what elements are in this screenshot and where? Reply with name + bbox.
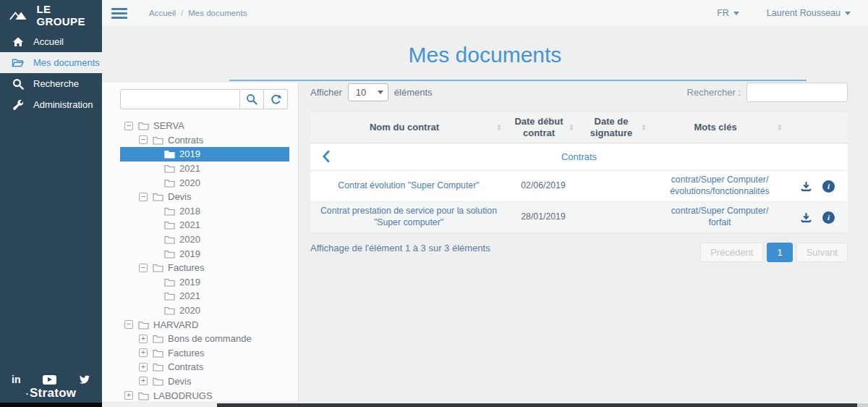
tree-expander-icon[interactable]: + bbox=[139, 335, 148, 343]
folder-icon bbox=[164, 249, 175, 259]
folder-icon bbox=[138, 320, 149, 330]
tree-expander-icon[interactable]: − bbox=[139, 135, 148, 144]
pagination: Précédent 1 Suivant bbox=[700, 243, 848, 262]
tree-expander-icon[interactable]: − bbox=[124, 122, 133, 130]
bottom-strip-right bbox=[217, 403, 857, 407]
tree-expander-icon[interactable]: + bbox=[139, 348, 148, 357]
folder-icon bbox=[153, 377, 163, 386]
column-header[interactable]: Mots clés bbox=[652, 112, 788, 143]
folder-icon bbox=[164, 291, 175, 301]
breadcrumb-accueil[interactable]: Accueil bbox=[149, 9, 176, 17]
folder-open-icon bbox=[12, 56, 24, 69]
tree-expander-icon[interactable]: − bbox=[124, 320, 133, 329]
tree-node[interactable]: 2020 bbox=[120, 232, 289, 247]
folder-icon bbox=[138, 391, 149, 400]
tree-expander-icon[interactable]: − bbox=[139, 264, 148, 272]
breadcrumb-mes-documents[interactable]: Mes documents bbox=[188, 9, 247, 17]
tree-node-label: 2021 bbox=[179, 290, 200, 301]
tree-node[interactable]: + Devis bbox=[120, 374, 289, 389]
tree-search-button[interactable] bbox=[240, 89, 264, 109]
tree-expander-icon[interactable]: + bbox=[124, 391, 133, 400]
info-icon[interactable]: i bbox=[822, 211, 835, 224]
folder-icon bbox=[138, 121, 149, 130]
tree-expander-icon[interactable]: − bbox=[139, 193, 148, 201]
sidebar-item-label: Administration bbox=[33, 99, 93, 110]
tree-node[interactable]: − Contrats bbox=[120, 133, 289, 148]
tree-expander-icon[interactable]: + bbox=[139, 363, 148, 372]
next-page-button[interactable]: Suivant bbox=[796, 243, 848, 262]
table-row[interactable]: Contrat évolution "Super Computer" 02/06… bbox=[310, 171, 848, 202]
cell-actions: i bbox=[788, 177, 848, 196]
tree-node[interactable]: 2020 bbox=[120, 175, 289, 190]
folder-icon bbox=[164, 178, 175, 188]
previous-page-button[interactable]: Précédent bbox=[700, 243, 763, 262]
tree-node[interactable]: 2021 bbox=[120, 218, 289, 232]
language-selector[interactable]: FR bbox=[717, 8, 739, 18]
menu-toggle-icon[interactable] bbox=[111, 8, 127, 19]
tree-refresh-button[interactable] bbox=[264, 89, 288, 109]
cell-nom-du-contrat: Contrat évolution "Super Computer" bbox=[310, 177, 507, 196]
user-menu[interactable]: Laurent Rousseau bbox=[767, 8, 851, 18]
tree-search-input[interactable] bbox=[120, 89, 240, 109]
sort-icon[interactable] bbox=[569, 124, 574, 130]
bottom-strip-left bbox=[0, 403, 102, 407]
page-number-button[interactable]: 1 bbox=[767, 243, 792, 262]
tree-node[interactable]: 2021 bbox=[120, 161, 289, 176]
tree-node[interactable]: − HARVARD bbox=[120, 317, 289, 332]
tree-node[interactable]: + Bons de commande bbox=[120, 332, 289, 346]
sort-icon[interactable] bbox=[497, 124, 501, 130]
sidebar-item-mes-documents[interactable]: Mes documents bbox=[0, 52, 102, 73]
tree-node[interactable]: + Contrats bbox=[120, 360, 289, 374]
tree-node-label: Contrats bbox=[168, 361, 203, 372]
sidebar-item-recherche[interactable]: Recherche bbox=[0, 73, 102, 94]
tree-node[interactable]: 2021 bbox=[120, 289, 289, 303]
folder-icon bbox=[153, 192, 163, 201]
tree-node[interactable]: − SERVA bbox=[120, 119, 289, 133]
table-info: Affichage de l'élément 1 à 3 sur 3 éléme… bbox=[310, 243, 490, 253]
twitter-icon[interactable] bbox=[79, 374, 90, 385]
table-controls: Afficher 10 éléments Rechercher : bbox=[310, 83, 848, 102]
cell-nom-du-contrat: Contrat prestation de service pour la so… bbox=[310, 202, 507, 232]
sort-icon[interactable] bbox=[778, 124, 782, 130]
tree-node-label: Devis bbox=[168, 191, 192, 202]
table-row[interactable]: Contrat prestation de service pour la so… bbox=[310, 202, 848, 233]
tree-node[interactable]: 2019 bbox=[120, 147, 289, 161]
folder-icon bbox=[153, 362, 163, 372]
linkedin-icon[interactable]: in bbox=[12, 374, 20, 385]
tree-expander-icon[interactable]: + bbox=[139, 377, 148, 385]
tree-node[interactable]: 2018 bbox=[120, 204, 289, 219]
tree-node[interactable]: + LABODRUGS bbox=[120, 388, 289, 403]
info-icon[interactable]: i bbox=[822, 180, 835, 193]
title-divider bbox=[229, 80, 807, 81]
table-panel: Afficher 10 éléments Rechercher : Nom du… bbox=[310, 83, 848, 262]
sidebar-nav: Accueil Mes documents Recherche Administ… bbox=[0, 31, 102, 115]
sidebar-item-administration[interactable]: Administration bbox=[0, 94, 102, 115]
logo-text: LE GROUPE bbox=[36, 3, 102, 28]
download-icon[interactable] bbox=[801, 181, 812, 192]
sidebar-item-accueil[interactable]: Accueil bbox=[0, 31, 102, 52]
app-logo[interactable]: LE GROUPE bbox=[0, 0, 102, 30]
tree-node[interactable]: − Devis bbox=[120, 190, 289, 204]
folder-icon bbox=[153, 334, 163, 343]
tree-node[interactable]: + Factures bbox=[120, 346, 289, 361]
column-header[interactable]: Date de signature bbox=[579, 112, 652, 143]
app-window: LE GROUPE Accueil Mes documents Recherch… bbox=[0, 0, 868, 407]
youtube-icon[interactable] bbox=[43, 375, 56, 385]
tree-node[interactable]: 2020 bbox=[120, 303, 289, 318]
tree-node-label: HARVARD bbox=[153, 319, 198, 330]
column-header-actions bbox=[788, 112, 848, 143]
sort-icon[interactable] bbox=[642, 124, 646, 130]
column-header[interactable]: Nom du contrat bbox=[310, 112, 507, 143]
folder-icon bbox=[164, 235, 175, 244]
table-search-input[interactable] bbox=[746, 83, 848, 102]
column-header[interactable]: Date début contrat bbox=[507, 112, 579, 143]
tree-node[interactable]: − Factures bbox=[120, 261, 289, 275]
tree-node[interactable]: 2019 bbox=[120, 275, 289, 290]
page-length-select[interactable]: 10 bbox=[348, 83, 388, 101]
tree-node-label: 2021 bbox=[179, 163, 200, 174]
download-icon[interactable] bbox=[801, 212, 812, 223]
user-name: Laurent Rousseau bbox=[767, 8, 841, 18]
back-icon[interactable] bbox=[322, 150, 330, 166]
tree-node[interactable]: 2019 bbox=[120, 246, 289, 261]
table-header-row: Nom du contratDate début contratDate de … bbox=[310, 111, 848, 143]
